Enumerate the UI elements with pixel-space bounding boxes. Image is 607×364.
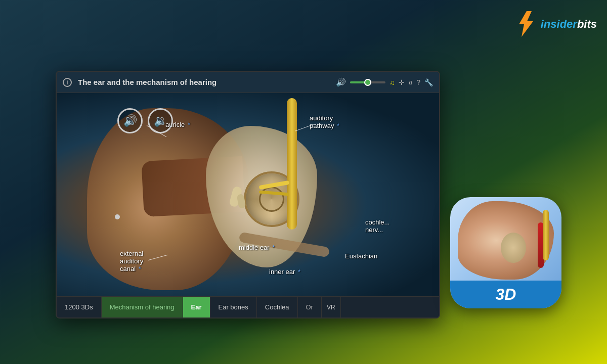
toolbar: 🔊 ♫ ✛ a ? 🔧 [336, 77, 433, 87]
tab-vr[interactable]: VR [322, 297, 340, 317]
lightning-icon [514, 10, 537, 38]
dot-indicator [115, 214, 120, 219]
label-eustachian: Eustachian [345, 252, 377, 260]
content-area: 🔊 🔉 auricle * auditorypathway * external… [57, 93, 439, 296]
tab-ear[interactable]: Ear [183, 297, 210, 317]
app-icon-ossicles [501, 233, 526, 263]
ear-anatomy-bg: 🔊 🔉 auricle * auditorypathway * external… [57, 93, 439, 296]
app-icon-badge: 3D [450, 281, 561, 308]
volume-thumb[interactable] [364, 79, 371, 86]
app-window: i The ear and the mechanism of hearing 🔊… [56, 71, 440, 318]
title-bar: i The ear and the mechanism of hearing 🔊… [57, 72, 439, 93]
tab-or[interactable]: Or [298, 297, 322, 317]
volume-slider-container[interactable] [350, 81, 385, 83]
tab-ear-bones[interactable]: Ear bones [210, 297, 257, 317]
move-icon[interactable]: ✛ [399, 78, 405, 86]
sound-button-main[interactable]: 🔊 [117, 108, 143, 133]
tab-1200-3ds[interactable]: 1200 3Ds [57, 297, 102, 317]
app-icon-nerve [543, 210, 549, 260]
label-inner-ear: inner ear * [269, 268, 300, 276]
window-title: The ear and the mechanism of hearing [78, 78, 330, 86]
auditory-nerve-tube [287, 98, 297, 230]
logo-text: insiderbits [541, 18, 597, 31]
tab-cochlea[interactable]: Cochlea [257, 297, 298, 317]
settings-icon[interactable]: 🔧 [424, 78, 433, 86]
line-auditory-pathway [295, 124, 314, 131]
tab-mechanism-of-hearing[interactable]: Mechanism of hearing [102, 297, 183, 317]
tab-spacer [340, 297, 439, 317]
app-icon-3d[interactable]: 3D [450, 197, 561, 308]
sound-button-secondary[interactable]: 🔉 [148, 108, 173, 133]
info-icon[interactable]: i [63, 78, 72, 87]
font-icon[interactable]: a [409, 78, 412, 86]
badge-3d-text: 3D [496, 285, 516, 304]
volume-icon[interactable]: 🔊 [336, 77, 346, 87]
help-icon[interactable]: ? [416, 78, 420, 86]
label-cochlear-nerve: cochle...nerv... [365, 218, 389, 234]
volume-slider[interactable] [350, 81, 385, 83]
label-auditory-pathway: auditorypathway * [310, 114, 339, 129]
music-icon[interactable]: ♫ [389, 78, 395, 86]
svg-marker-0 [519, 11, 533, 37]
tab-bar: 1200 3Ds Mechanism of hearing Ear Ear bo… [57, 296, 439, 317]
logo-area: insiderbits [514, 10, 597, 38]
